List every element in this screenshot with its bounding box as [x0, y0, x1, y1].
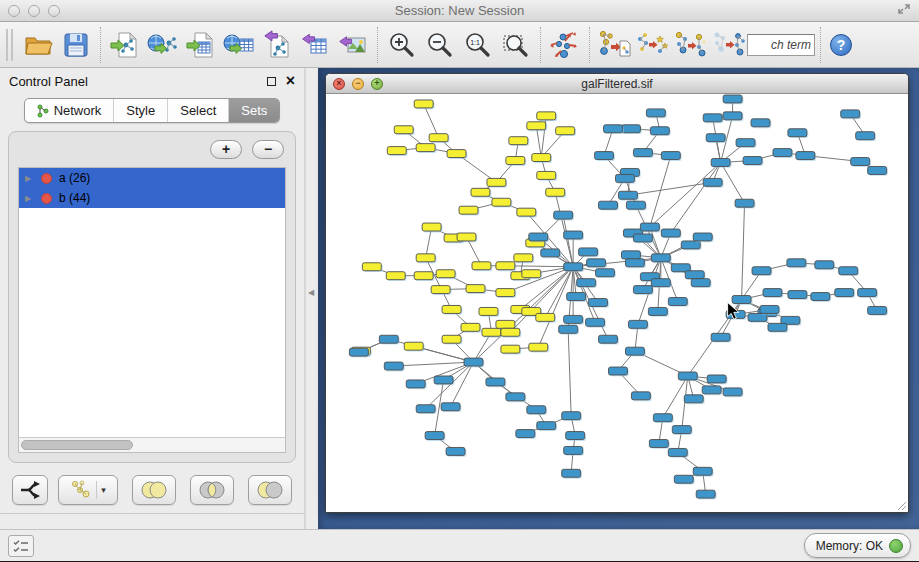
svg-text:1:1: 1:1 [470, 39, 480, 46]
save-session-icon[interactable] [57, 26, 95, 64]
new-network-from-selection-icon[interactable] [595, 26, 633, 64]
control-panel: Control Panel × Network Style Select Set… [0, 68, 305, 529]
network-tree-icon [37, 104, 49, 118]
add-set-button[interactable]: + [210, 140, 242, 159]
open-folder-icon[interactable] [19, 26, 57, 64]
import-network-file-icon[interactable] [106, 26, 144, 64]
mouse-cursor-icon [728, 303, 739, 320]
list-item-set-a[interactable]: ▶ a (26) [19, 168, 285, 188]
float-panel-icon[interactable] [267, 77, 276, 86]
import-network-web-icon[interactable] [144, 26, 182, 64]
new-network-selected-nodes-icon[interactable] [671, 26, 709, 64]
close-panel-icon[interactable]: × [286, 76, 295, 86]
scrollbar-thumb[interactable] [21, 440, 133, 450]
control-panel-header: Control Panel × [0, 68, 304, 94]
remove-set-button[interactable]: − [252, 140, 284, 159]
tab-select[interactable]: Select [168, 99, 229, 122]
app-window: Session: New Session [0, 0, 919, 562]
tab-network[interactable]: Network [25, 99, 115, 122]
expand-arrow-icon[interactable]: ▶ [25, 174, 34, 183]
sets-list: ▶ a (26) ▶ b (44) [18, 167, 286, 453]
search-input[interactable] [747, 34, 815, 56]
tab-style[interactable]: Style [114, 99, 168, 122]
network-frame-title: galFiltered.sif [326, 77, 908, 91]
zoom-in-icon[interactable] [383, 26, 421, 64]
clone-network-icon[interactable] [633, 26, 671, 64]
panel-bottom-divider [0, 513, 304, 529]
sets-actions-toolbar: ▾ [0, 467, 304, 513]
network-canvas[interactable] [326, 94, 908, 512]
memory-status-label: Memory: OK [816, 539, 883, 553]
difference-sets-button[interactable] [248, 475, 292, 505]
memory-ok-icon [889, 539, 903, 553]
list-item-set-b[interactable]: ▶ b (44) [19, 188, 285, 208]
canvas-overlay [326, 94, 908, 512]
tab-sets[interactable]: Sets [229, 99, 279, 122]
resize-grip-icon[interactable] [898, 502, 906, 510]
apply-layout-icon[interactable] [546, 26, 584, 64]
fullscreen-icon[interactable] [897, 2, 911, 20]
panel-splitter[interactable]: ◀ [305, 68, 318, 529]
window-titlebar: Session: New Session [0, 0, 919, 22]
create-set-from-network-button[interactable]: ▾ [58, 475, 117, 505]
toolbar-separator [589, 27, 590, 63]
control-panel-title: Control Panel [9, 74, 88, 89]
control-panel-tabs: Network Style Select Sets [0, 94, 304, 129]
sets-panel: + − ▶ a (26) ▶ b (44) [8, 131, 296, 463]
toolbar-separator [540, 27, 541, 63]
task-history-button[interactable] [8, 535, 34, 557]
horizontal-scrollbar[interactable] [19, 437, 285, 452]
zoom-1-1-icon[interactable]: 1:1 [459, 26, 497, 64]
toolbar-separator [100, 27, 101, 63]
main-area: Control Panel × Network Style Select Set… [0, 68, 919, 529]
toolbar-grip[interactable] [6, 29, 13, 61]
export-network-icon[interactable] [258, 26, 296, 64]
help-icon[interactable]: ? [826, 26, 856, 64]
new-network-hide-unselected-icon[interactable] [709, 26, 747, 64]
dropdown-caret-icon[interactable]: ▾ [101, 485, 106, 495]
network-desktop: × − + galFiltered.sif [318, 68, 919, 529]
import-table-file-icon[interactable] [182, 26, 220, 64]
export-table-icon[interactable] [296, 26, 334, 64]
import-table-web-icon[interactable] [220, 26, 258, 64]
zoom-out-icon[interactable] [421, 26, 459, 64]
collapse-panel-icon[interactable]: ◀ [308, 288, 314, 297]
intersect-sets-button[interactable] [190, 475, 234, 505]
network-frame-titlebar[interactable]: × − + galFiltered.sif [326, 74, 908, 94]
expand-arrow-icon[interactable]: ▶ [25, 194, 34, 203]
set-color-icon [41, 173, 52, 184]
split-set-button[interactable] [12, 475, 48, 505]
toolbar-separator [377, 27, 378, 63]
main-toolbar: 1:1 ? [0, 22, 919, 68]
toolbar-separator [820, 27, 821, 63]
memory-status-button[interactable]: Memory: OK [804, 533, 911, 558]
union-sets-button[interactable] [132, 475, 176, 505]
zoom-selected-icon[interactable] [497, 26, 535, 64]
network-frame[interactable]: × − + galFiltered.sif [325, 73, 909, 513]
status-bar: Memory: OK [0, 529, 919, 561]
set-color-icon [41, 193, 52, 204]
export-image-icon[interactable] [334, 26, 372, 64]
window-title: Session: New Session [0, 3, 919, 18]
